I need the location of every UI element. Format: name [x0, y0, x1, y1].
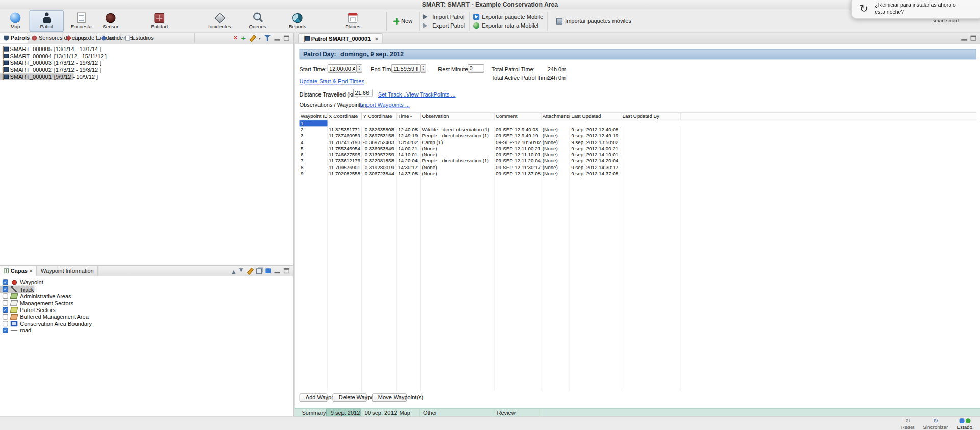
patrol-list-item[interactable]: SMART_000001 [9/9/12 - 10/9/12 ]	[0, 73, 74, 80]
waypoint-row[interactable]: 4 11.787415193 -0.369752403 13:50:02 Cam…	[300, 139, 324, 145]
waypoint-row[interactable]: 7 11.733612176 -0.322081838 14:20:04 Peo…	[300, 158, 328, 164]
waypoint-action-button[interactable]: Delete Waypoint(s)	[332, 393, 366, 402]
layer-row[interactable]: Buffered Management Area	[0, 313, 47, 320]
layer-row[interactable]: Patrol Sectors	[0, 306, 74, 313]
toolbar-mode-button[interactable]: Entidad	[122, 10, 196, 32]
layer-visibility-checkbox[interactable]	[3, 328, 8, 333]
maximize-panel-icon[interactable]	[284, 268, 289, 273]
patrol-day-tab[interactable]: Map	[396, 409, 420, 417]
waypoint-action-button[interactable]: Move Waypoint(s)	[372, 393, 407, 402]
toolbar-mode-button[interactable]: Reports	[272, 10, 323, 32]
add-patrol-icon[interactable]: +	[241, 34, 246, 42]
patrol-day-tab[interactable]: Summary	[298, 409, 326, 417]
end-time-input[interactable]	[391, 64, 421, 73]
column-header[interactable]: Waypoint ID	[300, 113, 328, 120]
filter-icon[interactable]	[264, 35, 271, 41]
import-waypoints-link[interactable]: Import Waypoints ...	[360, 102, 410, 108]
toolbar-mode-button[interactable]: Sensor	[99, 10, 122, 32]
restart-notification[interactable]: ↻ ¿Reiniciar para instalarlas ahora o es…	[851, 0, 980, 19]
waypoint-action-button[interactable]: Add Waypoint	[300, 393, 328, 402]
add-layer-icon[interactable]	[265, 268, 271, 273]
left-panel-tab[interactable]: Sensores de campo	[28, 33, 62, 43]
start-time-input[interactable]	[328, 64, 357, 73]
waypoint-row[interactable]: 6 11.746627595 -0.313957259 14:10:01 (No…	[300, 151, 347, 157]
layer-visibility-checkbox[interactable]	[3, 314, 8, 320]
maximize-panel-icon[interactable]	[971, 36, 976, 41]
waypoint-row[interactable]: 2 11.825351771 -0.382635808 12:40:08 Wil…	[300, 126, 334, 132]
edit-patrol-icon[interactable]	[250, 35, 255, 41]
end-time-stepper[interactable]: ▲▼	[421, 64, 426, 73]
maximize-panel-icon[interactable]	[284, 36, 289, 41]
distance-input[interactable]	[353, 89, 373, 97]
layer-row[interactable]: Track	[0, 286, 34, 293]
layer-row[interactable]: road	[0, 327, 51, 333]
waypoint-row[interactable]: 5 11.755346954 -0.336953849 14:00:21 (No…	[300, 145, 373, 151]
move-layer-up-icon[interactable]	[232, 268, 235, 274]
minimize-panel-icon[interactable]	[275, 35, 280, 41]
delete-patrol-icon[interactable]: ×	[234, 35, 237, 41]
left-panel-tab[interactable]: Patrols	[0, 33, 28, 43]
layer-visibility-checkbox[interactable]	[3, 279, 8, 285]
new-button[interactable]: New	[390, 16, 415, 25]
patrol-day-tab[interactable]: Review	[493, 409, 540, 417]
patrol-list-item[interactable]: SMART_000004 [13/11/12 - 15/11/12 ]	[0, 53, 34, 59]
reset-button[interactable]: ↻ Reset	[901, 417, 915, 429]
estado-button[interactable]: Estado.	[957, 417, 974, 429]
view-trackpoints-link[interactable]: View TrackPoints ...	[406, 91, 456, 98]
layer-visibility-checkbox[interactable]	[3, 300, 8, 306]
column-header[interactable]: Comment	[495, 113, 542, 120]
tab-patrol-smart-000001[interactable]: Patrol SMART_000001 ×	[298, 33, 383, 43]
column-header[interactable]: Y Coordinate	[362, 113, 397, 120]
layer-visibility-checkbox[interactable]	[3, 286, 8, 292]
patrol-day-tab[interactable]: Other	[420, 409, 493, 417]
start-time-stepper[interactable]: ▲▼	[357, 64, 362, 73]
layer-row[interactable]: Management Sectors	[0, 300, 24, 306]
toolbar-mode-button[interactable]: Encuesta	[64, 10, 99, 32]
column-header[interactable]: X Coordinate	[328, 113, 362, 120]
toolbar-mode-button[interactable]: Planes	[323, 10, 382, 32]
minimize-panel-icon[interactable]	[275, 268, 280, 274]
column-header[interactable]: Last Updated By	[621, 113, 680, 120]
update-start-end-times-link[interactable]: Update Start & End Times	[300, 78, 364, 84]
duplicate-layer-icon[interactable]	[256, 268, 262, 274]
close-tab-icon[interactable]: ×	[30, 268, 33, 274]
waypoint-row[interactable]: 9 11.702082558 -0.306723844 14:37:08 (No…	[300, 170, 359, 176]
import-mobile-packages-button[interactable]: Importar paquetes móviles	[556, 18, 631, 24]
layer-visibility-checkbox[interactable]	[3, 321, 8, 326]
edit-layer-icon[interactable]	[247, 268, 253, 274]
export-mobile-package-button[interactable]: Exportar paquete Mobile	[473, 13, 543, 19]
column-header[interactable]: Attachments	[541, 113, 570, 120]
toolbar-mode-button[interactable]: Queries	[243, 10, 272, 32]
set-track-link[interactable]: Set Track ...	[378, 91, 408, 98]
layer-row[interactable]: Administrative Areas	[0, 293, 35, 299]
minimize-panel-icon[interactable]	[961, 35, 967, 41]
left-panel-tab[interactable]: Incidentes	[97, 33, 121, 43]
patrol-list-item[interactable]: SMART_000005 [13/1/14 - 13/1/14 ]	[0, 45, 28, 52]
column-header[interactable]: Time	[397, 113, 421, 120]
export-patrol-button[interactable]: Export Patrol	[423, 22, 465, 28]
toolbar-mode-button[interactable]: Map	[1, 10, 29, 32]
layer-row[interactable]: Waypoint	[0, 279, 28, 285]
layer-visibility-checkbox[interactable]	[3, 307, 8, 313]
patrol-list-item[interactable]: SMART_000002 [17/3/12 - 19/3/12 ]	[0, 66, 24, 73]
layer-visibility-checkbox[interactable]	[3, 293, 8, 299]
column-header[interactable]: Observation	[421, 113, 494, 120]
patrol-day-tab[interactable]: 9 sep. 2012	[326, 409, 360, 417]
tab-waypoint-information[interactable]: Waypoint Information	[37, 266, 99, 276]
chevron-down-icon[interactable]: ▾	[259, 36, 261, 40]
tab-capas[interactable]: Capas ×	[0, 266, 37, 276]
left-panel-tab[interactable]: Estudios	[121, 33, 195, 43]
rest-minutes-input[interactable]	[468, 64, 484, 73]
export-mobile-route-button[interactable]: Exportar ruta a Mobilel	[473, 22, 543, 28]
sync-button[interactable]: ↻ Sincronizar	[923, 417, 948, 429]
import-patrol-button[interactable]: Import Patrol	[423, 13, 465, 19]
column-header[interactable]: Last Updated	[570, 113, 621, 120]
layer-row[interactable]: Conservation Area Boundary	[0, 320, 29, 327]
patrol-list-item[interactable]: SMART_000003 [17/3/12 - 19/3/12 ]	[0, 59, 35, 66]
close-tab-icon[interactable]: ×	[375, 35, 378, 41]
move-layer-down-icon[interactable]	[239, 268, 243, 274]
toolbar-mode-button[interactable]: Incidentes	[196, 10, 243, 32]
waypoint-row[interactable]: 8 11.709576901 -0.319280019 14:30:17 (No…	[300, 164, 351, 170]
left-panel-tab[interactable]: Tipos de Entidad	[62, 33, 97, 43]
waypoint-row[interactable]: 1 11.855052207 -0.376542499 12:33:53 Cam…	[300, 120, 328, 126]
